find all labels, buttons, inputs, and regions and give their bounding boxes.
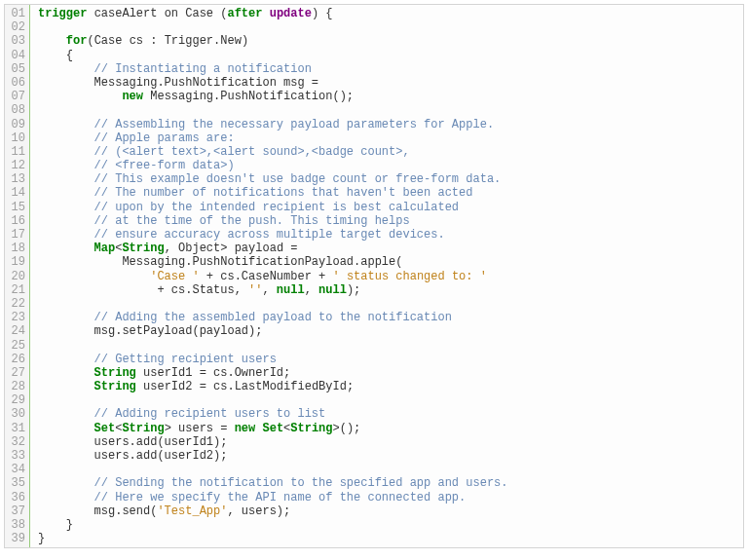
code-line: msg.send('Test_App', users); (38, 504, 739, 518)
code-content: trigger caseAlert on Case (after update)… (30, 5, 743, 547)
line-number: 09 (9, 118, 25, 131)
line-number: 23 (9, 311, 25, 324)
line-number: 18 (9, 242, 25, 255)
line-number: 29 (9, 393, 25, 407)
code-line: + cs.Status, '', null, null); (38, 283, 739, 297)
line-number: 38 (9, 518, 25, 532)
line-number: 21 (9, 283, 25, 297)
code-line: 'Case ' + cs.CaseNumber + ' status chang… (38, 270, 739, 283)
code-line: } (38, 518, 739, 532)
code-line: Set<String> users = new Set<String>(); (38, 422, 739, 435)
code-line: // The number of notifications that have… (38, 186, 739, 200)
code-line: // Getting recipient users (38, 353, 739, 366)
code-line: // Instantiating a notification (38, 62, 739, 76)
code-line (38, 20, 739, 34)
code-line: String userId2 = cs.LastModifiedById; (38, 380, 739, 393)
code-line (38, 463, 739, 476)
line-number: 20 (9, 270, 25, 283)
line-number: 04 (9, 49, 25, 62)
line-number: 03 (9, 34, 25, 48)
line-number: 33 (9, 449, 25, 463)
line-number: 24 (9, 324, 25, 338)
line-number: 22 (9, 297, 25, 311)
code-line: // Sending the notification to the speci… (38, 476, 739, 490)
code-line: users.add(userId2); (38, 449, 739, 463)
line-number: 30 (9, 407, 25, 421)
line-number: 06 (9, 76, 25, 90)
line-number: 14 (9, 186, 25, 200)
code-line (38, 297, 739, 311)
line-number: 28 (9, 380, 25, 393)
line-number: 08 (9, 103, 25, 117)
code-line (38, 393, 739, 407)
code-line: // at the time of the push. This timing … (38, 214, 739, 228)
code-line: // Adding recipient users to list (38, 407, 739, 421)
code-line: // Apple params are: (38, 131, 739, 145)
code-line: // <free-form data>) (38, 159, 739, 172)
line-number: 17 (9, 228, 25, 242)
code-line: for(Case cs : Trigger.New) (38, 34, 739, 48)
line-number: 34 (9, 463, 25, 476)
code-line: // Assembling the necessary payload para… (38, 118, 739, 131)
line-number: 10 (9, 131, 25, 145)
code-line: Messaging.PushNotificationPayload.apple( (38, 255, 739, 269)
code-line: String userId1 = cs.OwnerId; (38, 366, 739, 380)
code-line: Messaging.PushNotification msg = (38, 76, 739, 90)
line-number: 16 (9, 214, 25, 228)
line-number: 15 (9, 201, 25, 214)
line-number: 36 (9, 491, 25, 504)
line-number: 11 (9, 145, 25, 159)
line-number: 25 (9, 339, 25, 353)
line-number: 02 (9, 20, 25, 34)
code-line: msg.setPayload(payload); (38, 324, 739, 338)
line-number: 01 (9, 7, 25, 20)
code-line (38, 339, 739, 353)
line-number: 32 (9, 435, 25, 449)
code-line: { (38, 49, 739, 62)
code-line: // This example doesn't use badge count … (38, 172, 739, 186)
line-number: 26 (9, 353, 25, 366)
line-number: 27 (9, 366, 25, 380)
code-line: // (<alert text>,<alert sound>,<badge co… (38, 145, 739, 159)
line-number: 12 (9, 159, 25, 172)
code-line: // upon by the intended recipient is bes… (38, 201, 739, 214)
line-number: 39 (9, 532, 25, 545)
code-line: // Here we specify the API name of the c… (38, 491, 739, 504)
code-line: new Messaging.PushNotification(); (38, 90, 739, 103)
line-number: 13 (9, 172, 25, 186)
code-line: } (38, 532, 739, 545)
line-number: 19 (9, 255, 25, 269)
code-line: // Adding the assembled payload to the n… (38, 311, 739, 324)
code-line: users.add(userId1); (38, 435, 739, 449)
code-block: 01 02 03 04 05 06 07 08 09 10 11 12 13 1… (4, 4, 744, 548)
code-line: Map<String, Object> payload = (38, 242, 739, 255)
line-number: 05 (9, 62, 25, 76)
code-line: trigger caseAlert on Case (after update)… (38, 7, 739, 20)
code-line (38, 103, 739, 117)
line-number: 31 (9, 422, 25, 435)
line-number: 37 (9, 504, 25, 518)
code-line: // ensure accuracy across multiple targe… (38, 228, 739, 242)
line-number: 07 (9, 90, 25, 103)
line-number: 35 (9, 476, 25, 490)
line-number-gutter: 01 02 03 04 05 06 07 08 09 10 11 12 13 1… (5, 5, 30, 547)
